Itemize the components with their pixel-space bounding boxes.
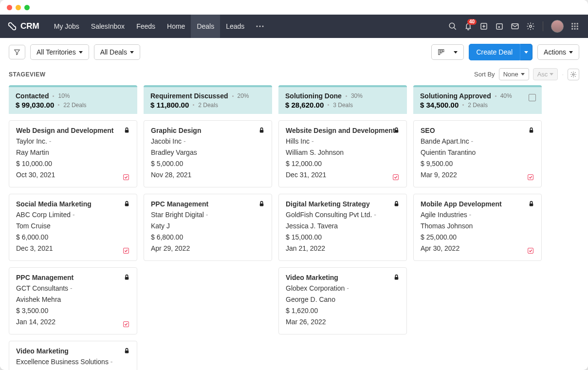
avatar-icon bbox=[551, 20, 564, 33]
column-title: Solutioning Approved bbox=[420, 92, 491, 100]
task-check-icon[interactable] bbox=[122, 173, 130, 181]
deal-amount: $ 3,500.00 bbox=[16, 306, 130, 316]
lock-icon bbox=[393, 200, 400, 207]
column-amount: $ 11,800.00 bbox=[150, 101, 189, 109]
nav-item-home[interactable]: Home bbox=[161, 15, 191, 38]
search-button[interactable] bbox=[448, 22, 457, 31]
svg-rect-19 bbox=[574, 28, 576, 30]
deal-title: PPC Management bbox=[16, 274, 130, 281]
deal-contact: Bradley Vargas bbox=[151, 148, 265, 158]
column-select-checkbox[interactable] bbox=[529, 94, 536, 101]
app-window: CRM My JobsSalesInboxFeedsHomeDealsLeads… bbox=[0, 0, 588, 370]
deal-company: GCT Consultants - bbox=[16, 283, 130, 294]
nav-item-my-jobs[interactable]: My Jobs bbox=[48, 15, 85, 38]
deal-card[interactable]: Video MarketingExcellence Business Solut… bbox=[9, 341, 137, 370]
nav-items: My JobsSalesInboxFeedsHomeDealsLeads bbox=[48, 15, 251, 38]
deal-title: Web Design and Development bbox=[16, 127, 130, 134]
user-avatar[interactable] bbox=[551, 20, 564, 33]
deal-amount: $ 6,800.00 bbox=[151, 232, 265, 242]
column-header[interactable]: Requirement Discussed20%$ 11,800.002 Dea… bbox=[144, 85, 272, 114]
add-button[interactable] bbox=[479, 22, 488, 31]
chevron-down-icon bbox=[550, 73, 553, 75]
deal-contact: William S. Johnson bbox=[286, 148, 400, 158]
app-logo[interactable]: CRM bbox=[7, 21, 39, 32]
create-deal-dropdown[interactable] bbox=[520, 44, 533, 60]
deal-title: Social Media Marketing bbox=[16, 200, 130, 208]
sort-direction-select[interactable]: Asc bbox=[533, 68, 558, 80]
svg-rect-29 bbox=[125, 277, 129, 279]
toolbar: All Territories All Deals Create Deal Ac… bbox=[0, 38, 588, 66]
window-close-dot[interactable] bbox=[7, 5, 12, 10]
svg-rect-15 bbox=[571, 26, 573, 27]
column-percent: 10% bbox=[58, 92, 70, 99]
svg-rect-27 bbox=[125, 204, 129, 206]
task-check-icon[interactable] bbox=[122, 247, 130, 255]
deal-date: Apr 29, 2022 bbox=[151, 243, 265, 254]
column-header[interactable]: Solutioning Done30%$ 28,620.003 Deals bbox=[278, 85, 407, 114]
search-icon bbox=[448, 22, 457, 31]
deal-amount: $ 15,000.00 bbox=[286, 232, 400, 242]
deal-amount: $ 1,620.00 bbox=[286, 306, 400, 316]
column-header[interactable]: Solutioning Approved40%$ 34,500.002 Deal… bbox=[413, 85, 542, 114]
settings-button[interactable] bbox=[526, 22, 535, 31]
svg-rect-20 bbox=[577, 28, 578, 30]
deal-card[interactable]: Graphic DesignJacobi Inc -Bradley Vargas… bbox=[144, 120, 272, 187]
deal-card[interactable]: Digital Marketing StrategyGoldFish Consu… bbox=[278, 194, 407, 261]
chevron-down-icon bbox=[79, 51, 83, 54]
view-switch-button[interactable] bbox=[431, 44, 464, 60]
chevron-down-icon bbox=[569, 51, 573, 54]
deal-company: ABC Corp Limited - bbox=[16, 210, 130, 220]
svg-rect-40 bbox=[530, 204, 533, 206]
deal-card[interactable]: PPC ManagementStar Bright Digital -Katy … bbox=[144, 194, 272, 261]
mail-icon bbox=[511, 22, 519, 31]
window-min-dot[interactable] bbox=[16, 5, 21, 10]
svg-rect-32 bbox=[260, 130, 264, 132]
deal-card[interactable]: Web Design and DevelopmentTaylor Inc. -R… bbox=[9, 120, 137, 187]
deal-contact: Katy J bbox=[151, 221, 265, 231]
board-settings-button[interactable] bbox=[568, 69, 579, 80]
calendar-button[interactable] bbox=[495, 22, 504, 31]
lock-icon bbox=[124, 200, 130, 207]
nav-item-salesinbox[interactable]: SalesInbox bbox=[85, 15, 130, 38]
sort-field-select[interactable]: None bbox=[499, 68, 529, 80]
task-check-icon[interactable] bbox=[527, 247, 534, 255]
stage-column: Contacted10%$ 99,030.0022 DealsWeb Desig… bbox=[9, 85, 137, 370]
nav-item-deals[interactable]: Deals bbox=[191, 15, 220, 38]
logo-icon bbox=[7, 21, 18, 32]
deal-card[interactable]: SEOBande Apart.Inc -Quientin Tarantino$ … bbox=[413, 120, 542, 187]
grid-icon bbox=[570, 22, 579, 31]
deals-filter[interactable]: All Deals bbox=[94, 44, 140, 60]
mail-button[interactable] bbox=[511, 22, 519, 31]
task-check-icon[interactable] bbox=[527, 173, 534, 181]
deal-date: Nov 28, 2021 bbox=[151, 170, 265, 180]
svg-rect-17 bbox=[577, 26, 578, 27]
column-header[interactable]: Contacted10%$ 99,030.0022 Deals bbox=[9, 85, 137, 114]
lock-icon bbox=[258, 127, 265, 134]
svg-rect-22 bbox=[440, 50, 441, 53]
apps-grid-button[interactable] bbox=[570, 22, 579, 31]
actions-button[interactable]: Actions bbox=[537, 44, 579, 60]
deal-date: Dec 3, 2021 bbox=[16, 243, 130, 254]
deal-card[interactable]: Video MarketingGlobex Corporation -Georg… bbox=[278, 267, 407, 334]
lock-icon bbox=[528, 200, 534, 207]
deal-card[interactable]: Website Design and DevelopmentHills Inc … bbox=[278, 120, 407, 187]
nav-more[interactable] bbox=[250, 15, 270, 38]
notifications-button[interactable]: 40 bbox=[464, 22, 473, 31]
territory-filter[interactable]: All Territories bbox=[30, 44, 89, 60]
deal-date: Jan 14, 2022 bbox=[16, 317, 130, 327]
nav-item-leads[interactable]: Leads bbox=[220, 15, 250, 38]
task-check-icon[interactable] bbox=[392, 173, 400, 181]
window-max-dot[interactable] bbox=[24, 5, 30, 10]
deal-company: Bande Apart.Inc - bbox=[421, 136, 534, 147]
create-deal-button[interactable]: Create Deal bbox=[469, 44, 520, 60]
lock-icon bbox=[393, 274, 400, 281]
deal-card[interactable]: Social Media MarketingABC Corp Limited -… bbox=[9, 194, 137, 261]
svg-rect-16 bbox=[574, 26, 576, 27]
kanban-board: Contacted10%$ 99,030.0022 DealsWeb Desig… bbox=[0, 80, 588, 370]
nav-item-feeds[interactable]: Feeds bbox=[130, 15, 161, 38]
task-check-icon[interactable] bbox=[122, 320, 130, 328]
svg-point-11 bbox=[530, 25, 532, 28]
deal-card[interactable]: Mobile App DevelopmentAgile Industries -… bbox=[413, 194, 542, 261]
filter-button[interactable] bbox=[9, 45, 25, 59]
deal-card[interactable]: PPC ManagementGCT Consultants -Avishek M… bbox=[9, 267, 137, 334]
